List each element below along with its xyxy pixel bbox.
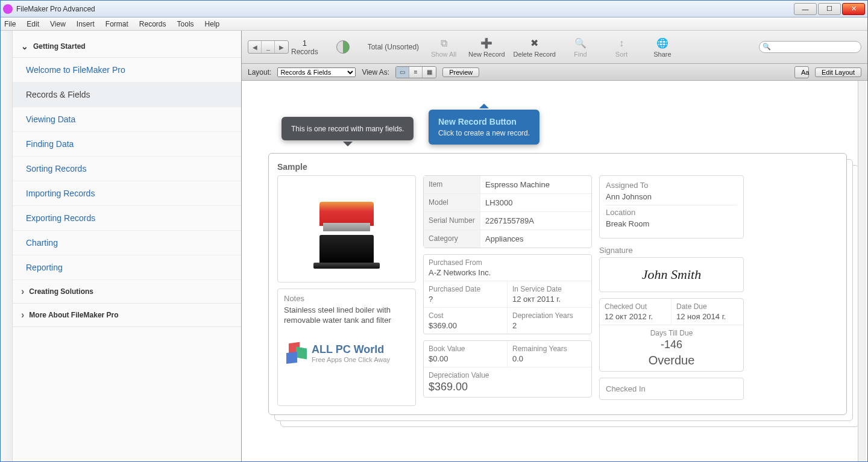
- nav-exporting-records[interactable]: Exporting Records: [13, 206, 241, 231]
- checkin-panel: Checked In: [599, 378, 744, 400]
- tooltip-new-record: New Record Button Click to create a new …: [429, 110, 539, 145]
- chevron-right-icon: [21, 310, 24, 320]
- overdue-label: Overdue: [603, 354, 740, 367]
- menu-view[interactable]: View: [50, 20, 66, 28]
- pie-icon: [336, 40, 350, 54]
- record-navigator: ◀ ⎯ ▶ 1 Records: [248, 39, 318, 56]
- new-record-button[interactable]: ➕ New Record: [468, 37, 505, 58]
- layout-bar: Layout: Records & Fields View As: ▭ ≡ ▦ …: [242, 64, 867, 81]
- formatting-button[interactable]: Aa: [794, 66, 809, 78]
- menu-insert[interactable]: Insert: [77, 20, 95, 28]
- chevron-down-icon: [21, 42, 28, 51]
- field-book-value[interactable]: $0.00: [429, 354, 502, 363]
- field-serial[interactable]: 2267155789A: [480, 212, 591, 229]
- field-model[interactable]: LH3000: [480, 194, 591, 211]
- section-title: More About FileMaker Pro: [29, 311, 118, 319]
- field-category[interactable]: Appliances: [480, 230, 591, 248]
- field-remaining-years[interactable]: 0.0: [512, 354, 587, 363]
- menu-file[interactable]: File: [4, 20, 16, 28]
- share-button[interactable]: 🌐 Share: [646, 37, 679, 58]
- show-all-button[interactable]: ⧉ Show All: [427, 37, 460, 58]
- scrollbar[interactable]: [858, 81, 866, 461]
- menubar: File Edit View Insert Format Records Too…: [1, 17, 867, 31]
- nav-finding-data[interactable]: Finding Data: [13, 132, 241, 157]
- menu-edit[interactable]: Edit: [27, 20, 39, 28]
- delete-record-button[interactable]: ✖ Delete Record: [514, 37, 556, 58]
- total-label: Total (Unsorted): [368, 43, 419, 51]
- field-cost[interactable]: $369.00: [429, 321, 502, 330]
- nav-importing-records[interactable]: Importing Records: [13, 181, 241, 206]
- view-as-toggle: ▭ ≡ ▦: [395, 66, 436, 78]
- tutorial-sidebar: Getting Started Welcome to FileMaker Pro…: [1, 31, 242, 461]
- field-location[interactable]: Break Room: [606, 218, 737, 232]
- menu-help[interactable]: Help: [205, 20, 220, 28]
- record-count: 1: [291, 39, 318, 48]
- window-title: FileMaker Pro Advanced: [16, 5, 793, 13]
- window-minimize-button[interactable]: —: [794, 3, 817, 15]
- sidebar-gutter: [1, 31, 13, 461]
- nav-charting[interactable]: Charting: [13, 231, 241, 255]
- record-slider[interactable]: ⎯: [262, 41, 275, 53]
- section-creating-solutions[interactable]: Creating Solutions: [13, 280, 241, 304]
- section-more-about[interactable]: More About FileMaker Pro: [13, 304, 241, 327]
- view-as-label: View As:: [362, 68, 389, 76]
- nav-viewing-data[interactable]: Viewing Data: [13, 107, 241, 132]
- notes-panel: Notes Stainless steel lined boiler with …: [277, 289, 416, 406]
- menu-tools[interactable]: Tools: [177, 20, 194, 28]
- field-purchased-date[interactable]: ?: [429, 295, 502, 304]
- field-purchased-from[interactable]: A-Z Networks Inc.: [429, 268, 587, 277]
- item-details-panel: ItemEspresso Machine ModelLH3000 Serial …: [423, 175, 592, 248]
- layout-label: Layout:: [248, 68, 271, 76]
- next-record-button[interactable]: ▶: [275, 41, 288, 53]
- sort-button[interactable]: ↕ Sort: [605, 37, 638, 58]
- signature-panel[interactable]: John Smith: [599, 257, 744, 292]
- window-maximize-button[interactable]: ☐: [818, 3, 841, 15]
- field-checked-out[interactable]: 12 окт 2012 г.: [605, 312, 666, 321]
- nav-sorting-records[interactable]: Sorting Records: [13, 157, 241, 181]
- app-icon: [3, 4, 13, 14]
- view-list-button[interactable]: ≡: [409, 67, 423, 78]
- records-label: Records: [291, 48, 318, 56]
- nav-records-fields[interactable]: Records & Fields: [13, 83, 241, 107]
- assignment-panel: Assigned To Ann Johnson Location Break R…: [599, 175, 744, 239]
- nav-reporting[interactable]: Reporting: [13, 255, 241, 280]
- record-canvas: This is one record with many fields. New…: [242, 81, 867, 461]
- section-title: Creating Solutions: [29, 287, 93, 296]
- find-icon: 🔍: [573, 37, 588, 50]
- record-card-stack: Sample Notes: [268, 153, 847, 415]
- share-icon: 🌐: [655, 37, 670, 50]
- app-window: FileMaker Pro Advanced — ☐ ✕ File Edit V…: [0, 0, 868, 462]
- window-titlebar: FileMaker Pro Advanced — ☐ ✕: [1, 1, 867, 17]
- field-in-service-date[interactable]: 12 окт 2011 г.: [512, 295, 587, 304]
- field-depreciation-value[interactable]: $369.00: [429, 381, 587, 393]
- menu-records[interactable]: Records: [139, 20, 166, 28]
- field-depreciation-years[interactable]: 2: [512, 321, 587, 330]
- show-all-icon: ⧉: [436, 37, 451, 50]
- edit-layout-button[interactable]: Edit Layout: [815, 67, 861, 77]
- signature-image: John Smith: [642, 267, 701, 283]
- view-form-button[interactable]: ▭: [396, 67, 409, 78]
- watermark: ALL PC World Free Apps One Click Away: [284, 343, 409, 364]
- value-panel: Book Value$0.00 Remaining Years0.0 Depre…: [423, 340, 592, 398]
- window-close-button[interactable]: ✕: [842, 3, 865, 15]
- field-days-till-due: -146: [603, 339, 740, 351]
- chevron-right-icon: [21, 286, 24, 297]
- layout-select[interactable]: Records & Fields: [277, 67, 356, 77]
- menu-format[interactable]: Format: [105, 20, 128, 28]
- card-title: Sample: [277, 162, 838, 172]
- preview-button[interactable]: Preview: [442, 67, 479, 77]
- section-title: Getting Started: [33, 42, 86, 51]
- nav-welcome[interactable]: Welcome to FileMaker Pro: [13, 58, 241, 83]
- prev-record-button[interactable]: ◀: [248, 41, 262, 53]
- record-card: Sample Notes: [268, 153, 847, 415]
- delete-record-icon: ✖: [527, 37, 542, 50]
- view-table-button[interactable]: ▦: [423, 67, 436, 78]
- field-date-due[interactable]: 12 ноя 2014 г.: [676, 312, 738, 321]
- sort-icon: ↕: [614, 37, 629, 50]
- find-button[interactable]: 🔍 Find: [564, 37, 597, 58]
- field-assigned-to[interactable]: Ann Johnson: [606, 191, 737, 205]
- checkout-panel: Checked Out12 окт 2012 г. Date Due12 ноя…: [599, 298, 744, 372]
- field-item[interactable]: Espresso Machine: [480, 176, 591, 193]
- section-getting-started[interactable]: Getting Started: [13, 36, 241, 58]
- search-input[interactable]: [759, 41, 861, 53]
